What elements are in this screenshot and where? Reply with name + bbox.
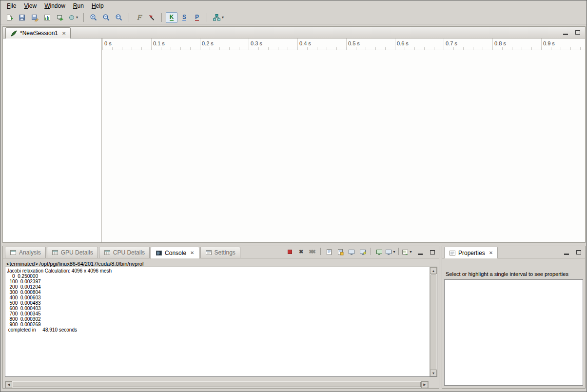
ruler-tick-label: 0.4 s (299, 40, 311, 46)
chart-button[interactable] (41, 12, 53, 23)
toolbar-separator (129, 13, 129, 22)
minimize-button[interactable] (561, 28, 570, 37)
close-icon[interactable]: ✕ (489, 250, 493, 255)
console-vertical-scrollbar[interactable]: ▲ ▼ (430, 267, 437, 376)
menu-item[interactable]: Run (69, 1, 88, 11)
ruler-tick: 0 s (102, 39, 103, 50)
properties-tab-bar: Properties ✕ (442, 246, 585, 258)
minimize-button[interactable] (416, 248, 425, 256)
console-output-line: 200 0.001204 (7, 284, 429, 290)
tab-analysis[interactable]: Analysis (5, 247, 46, 258)
tab-settings[interactable]: Settings (200, 247, 240, 258)
save-as-button[interactable] (29, 12, 40, 23)
bottom-tab-bar: Analysis GPU Details CPU Details Console… (3, 246, 439, 258)
pin-console-button[interactable] (374, 247, 384, 256)
console-output-line: 900 0.000269 (7, 322, 429, 327)
scroll-down-button[interactable]: ▼ (430, 370, 437, 376)
analysis-dropdown-button[interactable]: ▾ (211, 12, 225, 23)
maximize-button[interactable] (573, 28, 582, 37)
tab-properties[interactable]: Properties ✕ (444, 247, 498, 258)
marker-f-button[interactable]: F (133, 12, 145, 23)
ruler-tick-label: 0.8 s (494, 40, 506, 46)
terminate-button[interactable] (285, 247, 295, 256)
menu-item[interactable]: File (3, 1, 20, 11)
menu-item[interactable]: Window (40, 1, 69, 11)
ruler-tick: 0.8 s (492, 39, 493, 50)
process-toggle-button[interactable]: P (191, 12, 203, 23)
dropdown-arrow-icon: ▾ (410, 250, 411, 254)
horizontal-scrollbar-thumb[interactable] (13, 382, 421, 387)
ruler-tick: 0.7 s (444, 39, 444, 50)
show-console-icon (359, 248, 367, 256)
reset-arrow-icon (148, 14, 156, 21)
menu-bar: File View Window Run Help (0, 0, 587, 11)
tab-console[interactable]: Console ✕ (151, 247, 199, 258)
vertical-scrollbar-thumb[interactable] (430, 274, 436, 370)
tab-gpu-details[interactable]: GPU Details (47, 247, 98, 258)
session-icon (10, 30, 18, 37)
kernel-toggle-button[interactable]: K (166, 12, 177, 23)
display-console-dropdown-button[interactable]: ▾ (385, 247, 395, 256)
scroll-lock-button[interactable] (346, 247, 356, 256)
ruler-tick: 0.4 s (297, 39, 298, 50)
refresh-dropdown-button[interactable]: ▾ (67, 12, 79, 23)
nvvp-window: File View Window Run Help ▾ (0, 0, 587, 392)
zoom-in-button[interactable] (88, 12, 99, 23)
maximize-icon (576, 250, 581, 255)
main-toolbar: ▾ F K S P ▾ (0, 11, 587, 24)
save-button[interactable] (16, 12, 28, 23)
new-session-button[interactable] (3, 12, 15, 23)
refresh-icon (68, 14, 75, 21)
analysis-icon (213, 14, 221, 21)
open-console-dropdown-button[interactable]: ▾ (402, 247, 412, 256)
console-output-line: 600 0.000403 (7, 306, 429, 311)
stream-toggle-button[interactable]: S (178, 12, 190, 23)
close-icon[interactable]: ✕ (190, 250, 194, 255)
reset-view-button[interactable] (146, 12, 157, 23)
console-horizontal-scrollbar[interactable]: ◀ ▶ (5, 381, 429, 388)
maximize-button[interactable] (574, 248, 583, 256)
console-tab-icon (156, 250, 162, 256)
scroll-up-button[interactable]: ▲ (430, 267, 437, 274)
close-icon[interactable]: ✕ (62, 31, 66, 36)
zoom-fit-icon (115, 14, 123, 21)
scroll-right-button[interactable]: ▶ (421, 381, 428, 388)
stream-toggle-icon: S (182, 14, 186, 21)
new-session-icon (5, 14, 13, 21)
toolbar-separator (320, 248, 321, 255)
arrow-down-icon: ▼ (432, 372, 435, 375)
zoom-fit-button[interactable] (113, 12, 125, 23)
timeline-track-area[interactable] (102, 50, 585, 242)
ruler-tick-label: 0.1 s (153, 40, 165, 46)
session-tab[interactable]: *NewSession1 ✕ (5, 27, 71, 39)
show-console-on-output-button[interactable] (357, 247, 368, 256)
menu-item[interactable]: View (20, 1, 40, 11)
minimize-button[interactable] (562, 248, 571, 256)
remove-launch-button[interactable]: ✖ (296, 247, 306, 256)
dropdown-arrow-icon: ▾ (76, 16, 78, 20)
tab-cpu-details[interactable]: CPU Details (99, 247, 150, 258)
toolbar-separator (207, 13, 207, 22)
export-button[interactable] (54, 12, 66, 23)
word-wrap-button[interactable] (335, 247, 345, 256)
scroll-left-button[interactable]: ◀ (5, 381, 12, 388)
ruler-tick-label: 0.6 s (397, 40, 409, 46)
arrow-right-icon: ▶ (423, 383, 426, 387)
minimize-icon (418, 254, 423, 255)
clear-console-button[interactable] (324, 247, 334, 256)
chart-icon (43, 14, 51, 21)
console-output-line: 300 0.000804 (7, 290, 429, 295)
tab-label: Properties (458, 250, 485, 256)
console-panel: Analysis GPU Details CPU Details Console… (2, 246, 439, 389)
timeline-names-column (3, 39, 102, 242)
console-output-line: 400 0.000603 (7, 295, 429, 300)
minimize-icon (563, 34, 568, 35)
remove-all-launches-button[interactable]: ✖✖ (307, 247, 317, 256)
properties-message: Select or highlight a single interval to… (446, 271, 568, 277)
maximize-icon (575, 30, 580, 35)
menu-item[interactable]: Help (88, 1, 108, 11)
maximize-button[interactable] (428, 248, 437, 256)
zoom-out-button[interactable] (100, 12, 112, 23)
terminate-icon (288, 250, 292, 254)
dropdown-arrow-icon: ▾ (222, 16, 224, 20)
